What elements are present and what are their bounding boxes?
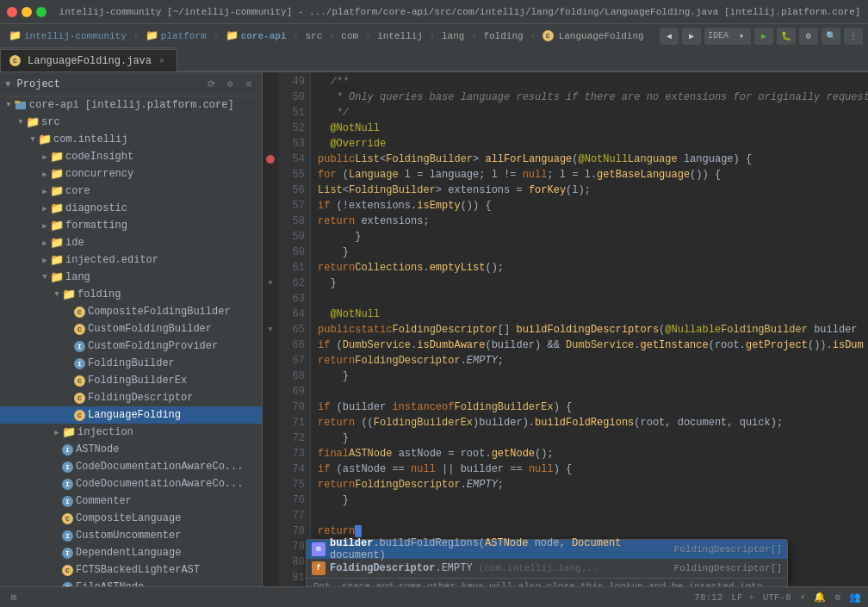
nav-languagefolding[interactable]: C LanguageFolding [539, 28, 648, 43]
nav-core-api[interactable]: 📁 core-api [222, 28, 290, 44]
tree-item-CustomFoldingBuilder[interactable]: CCustomFoldingBuilder [0, 320, 262, 338]
sync-icon[interactable]: ⟳ [203, 77, 219, 92]
breakpoint-marker[interactable] [266, 155, 275, 164]
tree-item-CustomFoldingProvider[interactable]: ICustomFoldingProvider [0, 338, 262, 355]
gear-icon[interactable]: ⚙ [222, 77, 238, 92]
close-button[interactable] [7, 7, 17, 17]
tab-bar: C LanguageFolding.java ✕ [0, 48, 868, 72]
tree-arrow-lang[interactable]: ▼ [40, 272, 50, 282]
code-line-76: } [318, 492, 868, 508]
idea-label[interactable]: IDEA [704, 28, 732, 45]
tab-close-button[interactable]: ✕ [156, 55, 168, 67]
line-number-59: 59 [278, 229, 305, 245]
tree-item-FoldingBuilderEx[interactable]: CFoldingBuilderEx [0, 372, 262, 389]
tree-item-core-api[interactable]: ▼core-api [intellij.platform.core] [0, 96, 262, 114]
options-icon[interactable]: ≡ [241, 77, 257, 92]
tree-item-CustomUncommenter[interactable]: ICustomUncommenter [0, 527, 262, 544]
search-button[interactable]: 🔍 [822, 28, 840, 45]
tree-arrow-formatting[interactable]: ▶ [40, 220, 50, 231]
code-line-72: } [318, 430, 868, 446]
tree-arrow-injected-editor[interactable]: ▶ [40, 255, 50, 265]
nav-com[interactable]: com [338, 29, 362, 43]
tree-item-injection[interactable]: ▶📁injection [0, 424, 262, 441]
maximize-button[interactable] [36, 7, 46, 17]
fold-arrow-icon[interactable]: ▼ [268, 325, 272, 334]
tree-item-concurrency[interactable]: ▶📁concurrency [0, 165, 262, 183]
nav-forward-button[interactable]: ▶ [682, 28, 701, 45]
folder-icon: 📁 [63, 288, 75, 300]
nav-lang[interactable]: lang [438, 29, 468, 43]
tree-arrow-core[interactable]: ▶ [40, 186, 50, 196]
tree-item-ASTNode[interactable]: IASTNode [0, 441, 262, 458]
tree-item-label: CompositeLanguage [76, 512, 181, 524]
tree-item-core[interactable]: ▶📁core [0, 183, 262, 200]
tree-item-FileASTNode[interactable]: IFileASTNode [0, 579, 262, 586]
settings-icon[interactable]: ⚙ [834, 592, 840, 603]
line-number-80: 80 [278, 554, 305, 570]
settings-button[interactable]: ⚙ [799, 28, 818, 45]
tree-item-CodeDocumentationAwareCo1[interactable]: ICodeDocumentationAwareCo... [0, 458, 262, 475]
minimize-button[interactable] [22, 7, 32, 17]
tab-languagefolding[interactable]: C LanguageFolding.java ✕ [0, 49, 177, 71]
nav-src[interactable]: src [302, 29, 326, 43]
line-number-75: 75 [278, 477, 305, 492]
gutter-line-54 [263, 152, 278, 167]
autocomplete-item-0[interactable]: m builder.buildFoldRegions(ASTNode node,… [307, 540, 787, 559]
gutter-line-76 [263, 492, 278, 508]
nav-intellij[interactable]: intellij [374, 29, 426, 43]
encoding[interactable]: UTF-8 [763, 592, 791, 603]
code-line-77 [318, 508, 868, 523]
tree-item-folding[interactable]: ▼📁folding [0, 286, 262, 303]
tree-item-src[interactable]: ▼📁src [0, 114, 262, 131]
code-area[interactable]: /** * Only queries base language results… [311, 72, 868, 586]
autocomplete-popup[interactable]: m builder.buildFoldRegions(ASTNode node,… [306, 539, 788, 586]
nav-folding[interactable]: folding [480, 29, 526, 43]
tree-item-label: ide [65, 237, 84, 249]
folder-icon: 📁 [51, 151, 63, 163]
tree-arrow-codeinsight[interactable]: ▶ [40, 152, 50, 162]
nav-intellij-community[interactable]: 📁 intellij-community [5, 28, 130, 44]
tree-arrow-folding[interactable]: ▼ [52, 289, 62, 300]
line-separator[interactable]: LF ÷ [731, 592, 753, 603]
debug-button[interactable]: 🐛 [777, 28, 796, 45]
fold-arrow-icon[interactable]: ▼ [268, 279, 272, 288]
line-number-72: 72 [278, 430, 305, 446]
tree-item-Commenter[interactable]: ICommenter [0, 492, 262, 510]
tree-item-diagnostic[interactable]: ▶📁diagnostic [0, 200, 262, 217]
tree-arrow-concurrency[interactable]: ▶ [40, 169, 50, 179]
folder-icon: 📁 [51, 220, 63, 232]
tree-item-FoldingBuilder[interactable]: IFoldingBuilder [0, 355, 262, 372]
tree-item-CodeDocumentationAwareCo2[interactable]: ICodeDocumentationAwareCo... [0, 475, 262, 492]
autocomplete-item-1[interactable]: f FoldingDescriptor.EMPTY (com.intellij.… [307, 559, 787, 578]
more-button[interactable]: ⋮ [844, 28, 863, 45]
tree-arrow-com-intellij[interactable]: ▼ [28, 134, 38, 145]
folder-icon: 📁 [51, 185, 63, 197]
tree-item-FoldingDescriptor[interactable]: CFoldingDescriptor [0, 389, 262, 406]
tree-item-com-intellij[interactable]: ▼📁com.intellij [0, 131, 262, 148]
tree-arrow-ide[interactable]: ▶ [40, 238, 50, 248]
tree-item-ide[interactable]: ▶📁ide [0, 234, 262, 251]
cursor-position[interactable]: 78:12 [694, 592, 722, 603]
tree-item-DependentLanguage[interactable]: IDependentLanguage [0, 544, 262, 561]
nav-back-button[interactable]: ◀ [660, 28, 679, 45]
tree-item-formatting[interactable]: ▶📁formatting [0, 217, 262, 234]
tree-item-codeinsight[interactable]: ▶📁codeInsight [0, 148, 262, 165]
tree-arrow-injection[interactable]: ▶ [52, 427, 62, 437]
run-button[interactable]: ▶ [754, 28, 773, 45]
sidebar: ▼ Project ⟳ ⚙ ≡ ▼core-api [intellij.plat… [0, 72, 263, 586]
tree-arrow-src[interactable]: ▼ [16, 117, 26, 127]
tree-item-CompositeFoldingBuilder[interactable]: CCompositeFoldingBuilder [0, 303, 262, 320]
window-controls[interactable] [7, 7, 46, 17]
line-number-76: 76 [278, 492, 305, 508]
nav-platform[interactable]: 📁 platform [142, 28, 210, 44]
tree-arrow-diagnostic[interactable]: ▶ [40, 203, 50, 214]
tree-item-injected-editor[interactable]: ▶📁injected.editor [0, 251, 262, 269]
editor-content[interactable]: ▼▼ 4950515253545556575859606162636465666… [263, 72, 868, 586]
tree-item-LanguageFolding[interactable]: CLanguageFolding [0, 406, 262, 424]
tree-item-label: FoldingBuilderEx [88, 375, 187, 387]
tree-item-FCTSBackedLighterAST[interactable]: CFCTSBackedLighterAST [0, 561, 262, 579]
idea-dropdown[interactable]: ▾ [732, 28, 751, 45]
tree-item-lang[interactable]: ▼📁lang [0, 269, 262, 286]
tree-arrow-core-api[interactable]: ▼ [3, 100, 14, 110]
tree-item-CompositeLanguage[interactable]: CCompositeLanguage [0, 510, 262, 527]
